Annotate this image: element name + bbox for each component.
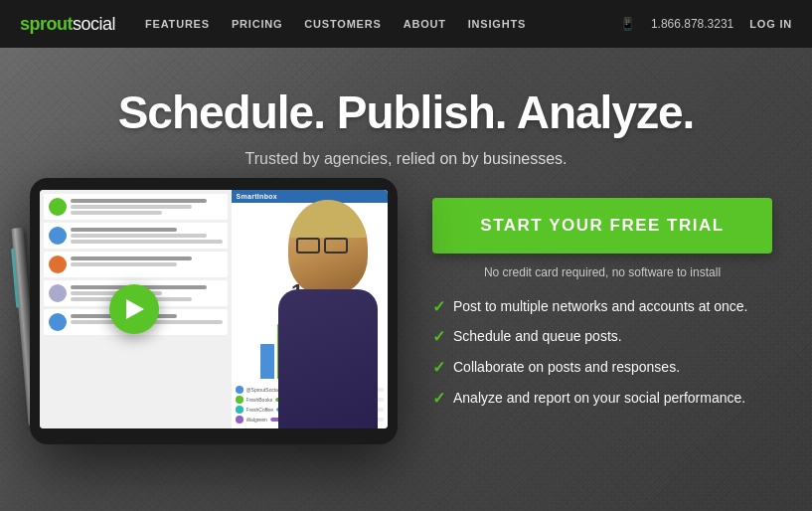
cta-panel: START YOUR FREE TRIAL No credit card req… xyxy=(398,188,792,420)
feed-line xyxy=(71,262,177,266)
list-dot xyxy=(236,396,244,404)
nav-features[interactable]: FEATURES xyxy=(145,18,210,30)
glass-frame-left xyxy=(296,238,320,254)
feed-line xyxy=(71,211,162,215)
logo-social: social xyxy=(73,14,115,35)
nav-insights[interactable]: INSIGHTS xyxy=(468,18,526,30)
analytics-header: SmartInbox xyxy=(232,190,389,203)
glasses xyxy=(296,238,348,254)
feed-avatar xyxy=(49,256,67,273)
list-label: Walgreen xyxy=(246,417,267,423)
pen-clip xyxy=(11,248,19,307)
feed-avatar xyxy=(49,227,67,245)
feed-item xyxy=(44,223,228,249)
phone-icon: 📱 xyxy=(620,17,635,31)
glass-frame-right xyxy=(324,238,348,254)
person-body xyxy=(278,289,378,428)
nav-pricing[interactable]: PRICING xyxy=(232,18,282,30)
feed-lines xyxy=(71,227,223,244)
tablet-demo: SmartInbox 102 xyxy=(30,178,398,444)
feature-item-1: ✓ Post to multiple networks and accounts… xyxy=(432,297,772,318)
feature-text-1: Post to multiple networks and accounts a… xyxy=(453,297,748,315)
feed-item xyxy=(44,252,228,277)
hero-content: SmartInbox 102 xyxy=(0,188,812,444)
list-label: FreshBooks xyxy=(246,397,273,403)
person-hair xyxy=(288,200,368,238)
list-dot xyxy=(236,386,244,394)
tablet-screen: SmartInbox 102 xyxy=(40,190,388,428)
play-icon xyxy=(126,299,144,319)
hero-section: Schedule. Publish. Analyze. Trusted by a… xyxy=(0,48,812,511)
feed-line xyxy=(71,240,223,244)
feature-list: ✓ Post to multiple networks and accounts… xyxy=(432,297,772,410)
phone-number: 1.866.878.3231 xyxy=(651,17,733,31)
feature-item-4: ✓ Analyze and report on your social perf… xyxy=(432,389,772,410)
feed-avatar xyxy=(49,198,67,216)
logo[interactable]: sprout social xyxy=(20,14,115,35)
feature-text-4: Analyze and report on your social perfor… xyxy=(453,389,745,407)
start-trial-button[interactable]: START YOUR FREE TRIAL xyxy=(432,198,772,254)
feed-avatar xyxy=(49,284,67,302)
feature-item-2: ✓ Schedule and queue posts. xyxy=(432,327,772,348)
feed-avatar xyxy=(49,313,67,331)
play-button[interactable] xyxy=(109,284,159,334)
feed-line xyxy=(71,228,177,232)
check-icon: ✓ xyxy=(432,389,445,410)
navbar: sprout social FEATURES PRICING CUSTOMERS… xyxy=(0,0,812,48)
bar-1 xyxy=(260,344,274,379)
hero-subheadline: Trusted by agencies, relied on by busine… xyxy=(244,150,567,168)
feed-lines xyxy=(71,198,223,215)
tablet-device: SmartInbox 102 xyxy=(30,178,398,444)
feed-lines xyxy=(71,256,223,266)
list-label: FreshCoffee xyxy=(246,407,273,413)
list-label: @SproutSocial xyxy=(246,387,279,393)
login-button[interactable]: LOG IN xyxy=(749,18,792,30)
feature-text-3: Collaborate on posts and responses. xyxy=(453,358,680,376)
nav-customers[interactable]: CUSTOMERS xyxy=(304,18,381,30)
hero-headline: Schedule. Publish. Analyze. xyxy=(118,87,695,138)
check-icon: ✓ xyxy=(432,358,445,379)
feed-line xyxy=(71,199,207,203)
person-image xyxy=(288,200,368,294)
check-icon: ✓ xyxy=(432,327,445,348)
feed-item xyxy=(44,194,228,220)
feed-line xyxy=(71,256,192,260)
feed-line xyxy=(71,234,207,238)
feed-line xyxy=(71,205,192,209)
list-dot xyxy=(236,406,244,414)
nav-about[interactable]: ABOUT xyxy=(404,18,446,30)
nav-links: FEATURES PRICING CUSTOMERS ABOUT INSIGHT… xyxy=(145,18,620,30)
feature-text-2: Schedule and queue posts. xyxy=(453,327,622,345)
check-icon: ✓ xyxy=(432,297,445,318)
cta-note: No credit card required, no software to … xyxy=(432,265,772,279)
nav-right: 📱 1.866.878.3231 LOG IN xyxy=(620,17,792,31)
list-dot xyxy=(236,416,244,424)
logo-sprout: sprout xyxy=(20,14,73,35)
feature-item-3: ✓ Collaborate on posts and responses. xyxy=(432,358,772,379)
